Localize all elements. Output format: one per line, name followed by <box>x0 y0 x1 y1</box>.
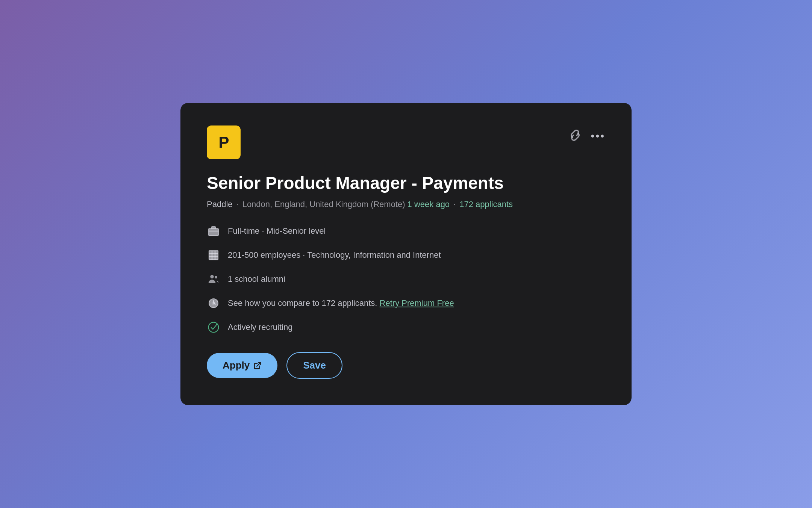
company-name: Paddle <box>207 200 233 209</box>
posted-time: 1 week ago <box>408 200 450 209</box>
save-button[interactable]: Save <box>286 352 342 379</box>
detail-employment: Full-time · Mid-Senior level <box>207 224 605 238</box>
save-label: Save <box>303 360 326 371</box>
job-card: P ••• Senior Product Manager - Payments … <box>180 103 632 405</box>
job-title: Senior Product Manager - Payments <box>207 173 605 194</box>
recruiting-text: Actively recruiting <box>228 322 292 332</box>
svg-point-6 <box>212 302 215 305</box>
svg-rect-0 <box>209 228 219 236</box>
compare-text: See how you compare to 172 applicants. R… <box>228 298 454 308</box>
alumni-text: 1 school alumni <box>228 274 285 284</box>
detail-alumni: 1 school alumni <box>207 272 605 286</box>
company-size-text: 201-500 employees · Technology, Informat… <box>228 250 441 260</box>
svg-point-7 <box>209 322 219 333</box>
people-icon <box>207 272 220 286</box>
job-meta: Paddle · London, England, United Kingdom… <box>207 200 605 209</box>
premium-icon <box>207 296 220 310</box>
apply-button[interactable]: Apply <box>207 353 277 378</box>
card-header: P ••• <box>207 125 605 159</box>
separator-dot-1: · <box>236 200 239 209</box>
applicants-count: 172 applicants <box>459 200 513 209</box>
svg-line-8 <box>257 362 261 366</box>
employment-text: Full-time · Mid-Senior level <box>228 226 326 236</box>
recruiting-icon <box>207 321 220 334</box>
separator-dot-2: · <box>453 200 456 209</box>
detail-recruiting: Actively recruiting <box>207 321 605 334</box>
building-icon <box>207 248 220 262</box>
company-logo: P <box>207 125 241 159</box>
svg-point-4 <box>215 276 217 278</box>
header-actions: ••• <box>568 129 605 144</box>
svg-rect-2 <box>209 251 218 260</box>
detail-compare: See how you compare to 172 applicants. R… <box>207 296 605 310</box>
svg-point-3 <box>210 275 214 278</box>
premium-link[interactable]: Retry Premium Free <box>380 298 454 308</box>
external-link-icon <box>253 361 262 370</box>
detail-company-size: 201-500 employees · Technology, Informat… <box>207 248 605 262</box>
briefcase-icon <box>207 224 220 238</box>
job-location: London, England, United Kingdom (Remote) <box>242 200 405 209</box>
share-icon[interactable] <box>568 129 582 144</box>
apply-label: Apply <box>223 360 250 371</box>
more-options-icon[interactable]: ••• <box>591 130 605 142</box>
actions-row: Apply Save <box>207 352 605 379</box>
details-list: Full-time · Mid-Senior level 201-500 emp… <box>207 224 605 334</box>
